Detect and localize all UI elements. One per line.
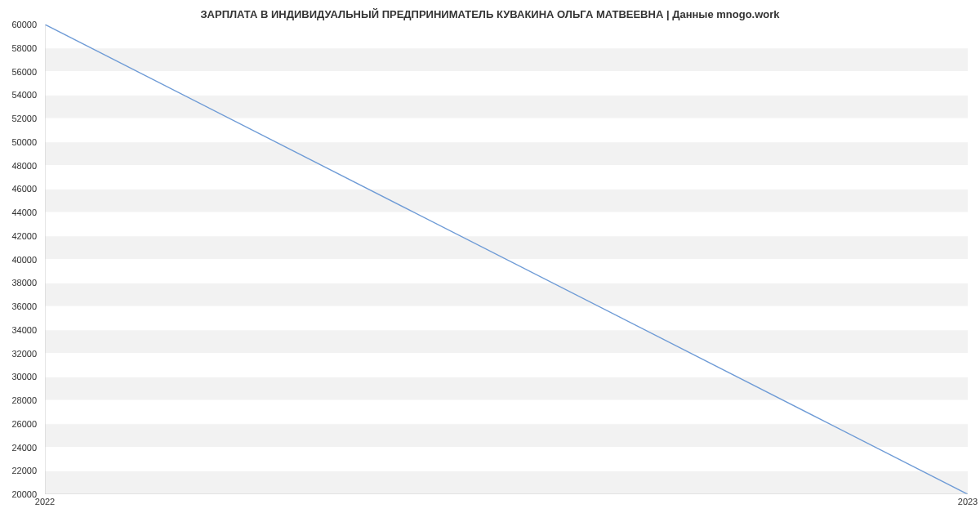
- y-tick-label: 38000: [11, 278, 37, 288]
- svg-rect-2: [45, 377, 968, 400]
- y-tick-label: 44000: [11, 207, 37, 217]
- y-tick-label: 48000: [11, 161, 37, 171]
- y-tick-label: 58000: [11, 43, 37, 53]
- y-tick-label: 28000: [11, 395, 37, 405]
- y-tick-label: 56000: [11, 67, 37, 77]
- y-tick-label: 60000: [11, 20, 37, 29]
- svg-rect-6: [45, 189, 968, 212]
- svg-rect-4: [45, 283, 968, 306]
- chart-title: ЗАРПЛАТА В ИНДИВИДУАЛЬНЫЙ ПРЕДПРИНИМАТЕЛ…: [0, 8, 980, 20]
- svg-rect-8: [45, 95, 968, 118]
- svg-rect-0: [45, 471, 968, 494]
- svg-rect-3: [45, 330, 968, 354]
- y-tick-label: 52000: [11, 114, 37, 123]
- grid-bands: [45, 48, 968, 494]
- svg-rect-1: [45, 424, 968, 448]
- x-tick-label: 2023: [958, 497, 978, 506]
- y-tick-label: 34000: [11, 325, 37, 335]
- y-tick-label: 46000: [11, 184, 37, 194]
- y-tick-label: 24000: [11, 443, 37, 453]
- y-tick-label: 42000: [11, 231, 37, 241]
- y-tick-label: 20000: [11, 489, 37, 499]
- chart-container: ЗАРПЛАТА В ИНДИВИДУАЛЬНЫЙ ПРЕДПРИНИМАТЕЛ…: [0, 0, 980, 531]
- y-axis-labels: 2000022000240002600028000300003200034000…: [0, 25, 41, 494]
- x-tick-label: 2022: [35, 497, 55, 506]
- y-tick-label: 40000: [11, 255, 37, 265]
- svg-rect-7: [45, 142, 968, 166]
- svg-rect-9: [45, 48, 968, 72]
- y-tick-label: 50000: [11, 137, 37, 147]
- chart-svg: [45, 25, 968, 494]
- y-tick-label: 54000: [11, 90, 37, 100]
- y-tick-label: 22000: [11, 466, 37, 475]
- y-tick-label: 26000: [11, 419, 37, 429]
- y-tick-label: 36000: [11, 301, 37, 311]
- y-tick-label: 30000: [11, 372, 37, 382]
- svg-rect-5: [45, 236, 968, 260]
- plot-area: [45, 25, 968, 494]
- y-tick-label: 32000: [11, 349, 37, 359]
